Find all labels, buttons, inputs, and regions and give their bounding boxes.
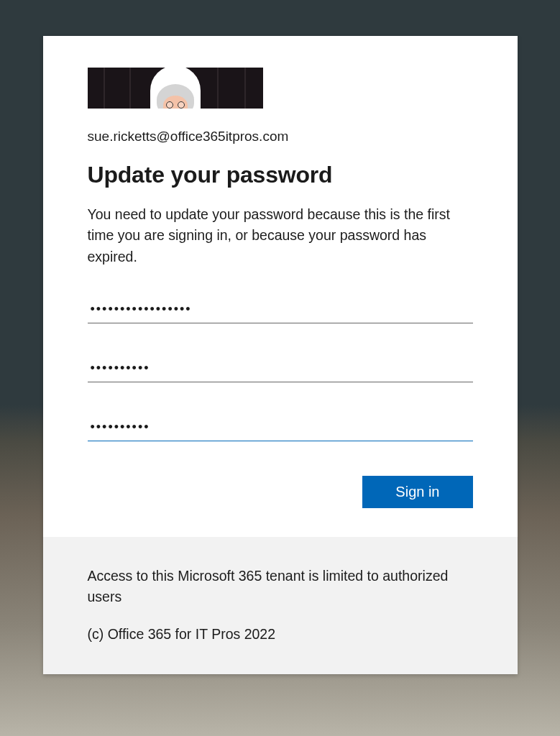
user-email: sue.ricketts@office365itpros.com (88, 129, 473, 144)
footer-notice: Access to this Microsoft 365 tenant is l… (88, 566, 473, 608)
tenant-banner (88, 68, 263, 109)
confirm-password-input[interactable] (88, 414, 473, 441)
button-row: Sign in (88, 476, 473, 508)
footer-copyright: (c) Office 365 for IT Pros 2022 (88, 626, 473, 643)
avatar-icon (150, 68, 201, 109)
signin-card: sue.ricketts@office365itpros.com Update … (43, 36, 518, 674)
new-password-input[interactable] (88, 355, 473, 382)
current-password-input[interactable] (88, 296, 473, 323)
signin-button[interactable]: Sign in (362, 476, 472, 508)
card-footer: Access to this Microsoft 365 tenant is l… (43, 537, 518, 675)
card-main-section: sue.ricketts@office365itpros.com Update … (43, 36, 518, 537)
page-description: You need to update your password because… (88, 204, 473, 267)
page-title: Update your password (88, 162, 473, 188)
